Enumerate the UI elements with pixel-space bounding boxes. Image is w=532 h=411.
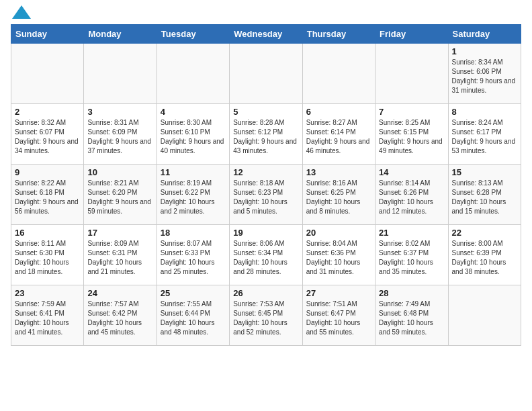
week-row-5: 23Sunrise: 7:59 AM Sunset: 6:41 PM Dayli… <box>11 285 521 346</box>
week-row-2: 2Sunrise: 8:32 AM Sunset: 6:07 PM Daylig… <box>11 104 521 165</box>
day-cell: 17Sunrise: 8:09 AM Sunset: 6:31 PM Dayli… <box>84 225 157 285</box>
day-number: 17 <box>87 228 152 238</box>
day-info: Sunrise: 8:22 AM Sunset: 6:18 PM Dayligh… <box>15 179 80 216</box>
day-cell: 10Sunrise: 8:21 AM Sunset: 6:20 PM Dayli… <box>84 165 157 225</box>
day-info: Sunrise: 8:04 AM Sunset: 6:36 PM Dayligh… <box>306 239 371 277</box>
day-cell: 16Sunrise: 8:11 AM Sunset: 6:30 PM Dayli… <box>11 225 84 285</box>
day-info: Sunrise: 8:09 AM Sunset: 6:31 PM Dayligh… <box>87 239 152 277</box>
day-cell: 4Sunrise: 8:30 AM Sunset: 6:10 PM Daylig… <box>157 104 229 165</box>
day-number: 23 <box>15 288 80 298</box>
day-info: Sunrise: 8:19 AM Sunset: 6:22 PM Dayligh… <box>161 179 226 216</box>
header-wednesday: Wednesday <box>230 25 302 44</box>
day-cell: 20Sunrise: 8:04 AM Sunset: 6:36 PM Dayli… <box>302 225 375 285</box>
day-info: Sunrise: 8:13 AM Sunset: 6:28 PM Dayligh… <box>452 179 517 216</box>
day-number: 9 <box>15 167 80 177</box>
day-cell: 21Sunrise: 8:02 AM Sunset: 6:37 PM Dayli… <box>375 225 448 285</box>
day-info: Sunrise: 8:02 AM Sunset: 6:37 PM Dayligh… <box>379 239 444 277</box>
header-row: SundayMondayTuesdayWednesdayThursdayFrid… <box>11 25 521 44</box>
day-number: 7 <box>379 107 444 117</box>
day-number: 26 <box>233 288 298 298</box>
day-number: 10 <box>87 167 152 177</box>
day-info: Sunrise: 8:21 AM Sunset: 6:20 PM Dayligh… <box>87 179 152 216</box>
day-info: Sunrise: 8:18 AM Sunset: 6:23 PM Dayligh… <box>233 179 298 216</box>
day-number: 5 <box>233 107 298 117</box>
day-number: 19 <box>233 228 298 238</box>
day-cell: 9Sunrise: 8:22 AM Sunset: 6:18 PM Daylig… <box>11 165 84 225</box>
day-info: Sunrise: 7:49 AM Sunset: 6:48 PM Dayligh… <box>379 300 444 337</box>
day-cell: 5Sunrise: 8:28 AM Sunset: 6:12 PM Daylig… <box>230 104 302 165</box>
day-number: 12 <box>233 167 298 177</box>
calendar-table: SundayMondayTuesdayWednesdayThursdayFrid… <box>11 24 521 346</box>
day-cell: 26Sunrise: 7:53 AM Sunset: 6:45 PM Dayli… <box>230 285 302 346</box>
logo-icon <box>12 5 31 19</box>
day-cell <box>11 44 84 104</box>
day-info: Sunrise: 7:51 AM Sunset: 6:47 PM Dayligh… <box>306 300 371 337</box>
day-cell: 14Sunrise: 8:14 AM Sunset: 6:26 PM Dayli… <box>375 165 448 225</box>
day-number: 18 <box>161 228 226 238</box>
day-number: 22 <box>452 228 517 238</box>
day-info: Sunrise: 7:55 AM Sunset: 6:44 PM Dayligh… <box>161 300 226 337</box>
day-number: 28 <box>379 288 444 298</box>
header-sunday: Sunday <box>11 25 84 44</box>
day-number: 27 <box>306 288 371 298</box>
day-info: Sunrise: 8:14 AM Sunset: 6:26 PM Dayligh… <box>379 179 444 216</box>
day-cell: 23Sunrise: 7:59 AM Sunset: 6:41 PM Dayli… <box>11 285 84 346</box>
week-row-4: 16Sunrise: 8:11 AM Sunset: 6:30 PM Dayli… <box>11 225 521 285</box>
header-tuesday: Tuesday <box>157 25 229 44</box>
day-number: 3 <box>87 107 152 117</box>
day-info: Sunrise: 7:57 AM Sunset: 6:42 PM Dayligh… <box>87 300 152 337</box>
day-cell: 2Sunrise: 8:32 AM Sunset: 6:07 PM Daylig… <box>11 104 84 165</box>
week-row-1: 1Sunrise: 8:34 AM Sunset: 6:06 PM Daylig… <box>11 44 521 104</box>
day-cell <box>448 285 521 346</box>
day-info: Sunrise: 8:24 AM Sunset: 6:17 PM Dayligh… <box>452 118 517 156</box>
day-cell: 25Sunrise: 7:55 AM Sunset: 6:44 PM Dayli… <box>157 285 229 346</box>
day-number: 24 <box>87 288 152 298</box>
day-info: Sunrise: 7:59 AM Sunset: 6:41 PM Dayligh… <box>15 300 80 337</box>
day-number: 13 <box>306 167 371 177</box>
svg-marker-0 <box>12 5 31 19</box>
day-cell <box>230 44 302 104</box>
day-cell: 22Sunrise: 8:00 AM Sunset: 6:39 PM Dayli… <box>448 225 521 285</box>
day-cell: 7Sunrise: 8:25 AM Sunset: 6:15 PM Daylig… <box>375 104 448 165</box>
day-cell: 11Sunrise: 8:19 AM Sunset: 6:22 PM Dayli… <box>157 165 229 225</box>
day-info: Sunrise: 8:32 AM Sunset: 6:07 PM Dayligh… <box>15 118 80 156</box>
day-cell: 18Sunrise: 8:07 AM Sunset: 6:33 PM Dayli… <box>157 225 229 285</box>
day-number: 8 <box>452 107 517 117</box>
day-number: 20 <box>306 228 371 238</box>
day-cell <box>157 44 229 104</box>
day-cell: 6Sunrise: 8:27 AM Sunset: 6:14 PM Daylig… <box>302 104 375 165</box>
day-number: 2 <box>15 107 80 117</box>
header-friday: Friday <box>375 25 448 44</box>
logo <box>11 11 31 19</box>
day-info: Sunrise: 8:07 AM Sunset: 6:33 PM Dayligh… <box>161 239 226 277</box>
header-saturday: Saturday <box>448 25 521 44</box>
day-number: 1 <box>452 46 517 56</box>
day-cell <box>302 44 375 104</box>
day-number: 6 <box>306 107 371 117</box>
day-cell: 24Sunrise: 7:57 AM Sunset: 6:42 PM Dayli… <box>84 285 157 346</box>
day-info: Sunrise: 8:25 AM Sunset: 6:15 PM Dayligh… <box>379 118 444 156</box>
day-info: Sunrise: 8:31 AM Sunset: 6:09 PM Dayligh… <box>87 118 152 156</box>
day-number: 21 <box>379 228 444 238</box>
day-number: 16 <box>15 228 80 238</box>
day-cell: 19Sunrise: 8:06 AM Sunset: 6:34 PM Dayli… <box>230 225 302 285</box>
day-info: Sunrise: 8:34 AM Sunset: 6:06 PM Dayligh… <box>452 58 517 95</box>
day-cell: 15Sunrise: 8:13 AM Sunset: 6:28 PM Dayli… <box>448 165 521 225</box>
day-info: Sunrise: 8:00 AM Sunset: 6:39 PM Dayligh… <box>452 239 517 277</box>
day-info: Sunrise: 8:16 AM Sunset: 6:25 PM Dayligh… <box>306 179 371 216</box>
day-number: 11 <box>161 167 226 177</box>
day-cell: 13Sunrise: 8:16 AM Sunset: 6:25 PM Dayli… <box>302 165 375 225</box>
header-monday: Monday <box>84 25 157 44</box>
day-info: Sunrise: 8:11 AM Sunset: 6:30 PM Dayligh… <box>15 239 80 277</box>
day-info: Sunrise: 8:06 AM Sunset: 6:34 PM Dayligh… <box>233 239 298 277</box>
page-header <box>11 11 521 19</box>
header-thursday: Thursday <box>302 25 375 44</box>
day-cell <box>375 44 448 104</box>
day-number: 4 <box>161 107 226 117</box>
day-cell <box>84 44 157 104</box>
day-cell: 8Sunrise: 8:24 AM Sunset: 6:17 PM Daylig… <box>448 104 521 165</box>
day-cell: 3Sunrise: 8:31 AM Sunset: 6:09 PM Daylig… <box>84 104 157 165</box>
day-cell: 27Sunrise: 7:51 AM Sunset: 6:47 PM Dayli… <box>302 285 375 346</box>
day-info: Sunrise: 7:53 AM Sunset: 6:45 PM Dayligh… <box>233 300 298 337</box>
day-cell: 28Sunrise: 7:49 AM Sunset: 6:48 PM Dayli… <box>375 285 448 346</box>
